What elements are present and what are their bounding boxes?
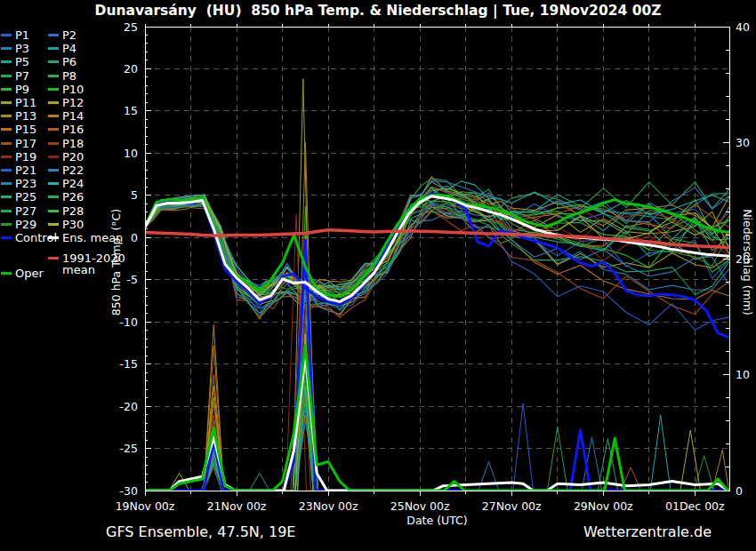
legend-item-label: P10 [62, 84, 84, 95]
legend-item-label: P12 [62, 97, 84, 108]
legend-color-chip [1, 34, 12, 36]
member-precip-line-P1 [145, 387, 729, 491]
legend-item-label: P21 [15, 164, 36, 176]
y-left-tick-label: 10 [124, 147, 138, 160]
member-precip-line-P9 [145, 380, 729, 491]
member-precip-line-P23 [145, 421, 729, 491]
y-left-tick-label: 0 [131, 231, 138, 244]
legend-color-chip [48, 142, 59, 145]
member-precip-line-P29 [145, 369, 729, 491]
legend-item-p2: P2 [48, 29, 76, 41]
legend-item-p28: P28 [48, 205, 84, 217]
legend-item-label: P25 [15, 191, 36, 203]
y-right-tick-label: 30 [736, 136, 750, 149]
member-precip-line-P19 [145, 214, 729, 491]
legend-color-chip [1, 115, 12, 117]
legend-color-chip [48, 34, 59, 36]
member-precip-line-P28 [145, 363, 729, 491]
y-axis-right-label: Niederschlag (mm) [741, 209, 754, 315]
legend-color-chip [1, 101, 12, 104]
legend-color-chip [1, 196, 12, 198]
legend-color-chip [48, 88, 59, 91]
legend-item-label: P15 [15, 124, 36, 135]
member-precip-line-P5 [145, 375, 729, 491]
legend-color-chip [1, 75, 12, 77]
legend-color-chip [48, 115, 59, 117]
legend-color-chip [1, 60, 12, 63]
member-precip-line-P14 [145, 270, 729, 491]
member-precip-line-P15 [145, 375, 729, 491]
legend-item-p3: P3 [1, 43, 29, 54]
legend-item-p23: P23 [1, 178, 36, 189]
legend-item-p11: P11 [1, 97, 36, 108]
legend-color-chip [48, 210, 59, 212]
member-precip-line-P22 [145, 259, 729, 491]
legend-color-chip [48, 128, 59, 131]
legend-item-p12: P12 [48, 97, 84, 108]
legend-item-p25: P25 [1, 191, 36, 203]
legend-color-chip [48, 47, 59, 50]
legend-item-p1: P1 [1, 29, 29, 41]
legend-item-label: P19 [15, 151, 36, 163]
y-left-tick-label: -20 [120, 400, 138, 413]
member-precip-line-P18 [145, 392, 729, 491]
y-left-tick-label: 15 [124, 104, 138, 117]
legend-color-chip [48, 223, 59, 226]
legend-item-p8: P8 [48, 70, 76, 82]
legend-item-label: P28 [62, 205, 84, 217]
legend-color-chip [1, 47, 12, 50]
y-right-tick-label: 40 [736, 20, 750, 34]
legend-item-p22: P22 [48, 164, 84, 176]
plot-data-layer [145, 79, 729, 491]
member-precip-line-P25 [145, 387, 729, 491]
legend-item-label: P6 [62, 56, 76, 68]
y-right-tick-label: 10 [736, 368, 750, 381]
legend-item-label: P30 [62, 219, 84, 230]
x-tick-label: 21Nov 00z [207, 499, 267, 513]
legend-color-chip [48, 101, 59, 104]
y-left-tick-label: 5 [131, 188, 138, 202]
oper-precip-line [145, 346, 729, 491]
y-left-tick-label: -25 [120, 442, 138, 455]
legend-item-p17: P17 [1, 138, 36, 149]
legend-item-label: Oper [15, 268, 44, 279]
member-precip-line-P24 [145, 299, 729, 491]
legend-item-p21: P21 [1, 164, 36, 176]
x-tick-label: 19Nov 00z [116, 499, 175, 513]
legend-item-p30: P30 [48, 219, 84, 230]
y-left-tick-label: -30 [120, 484, 138, 498]
legend-item-p7: P7 [1, 70, 29, 82]
x-tick-label: 27Nov 00z [482, 499, 542, 513]
legend-color-chip [1, 128, 12, 131]
legend-color-chip [1, 88, 12, 91]
legend-item-label: P24 [62, 178, 84, 189]
legend-item-label: P29 [15, 219, 36, 230]
legend-item-p24: P24 [48, 178, 84, 189]
member-precip-line-P3 [145, 398, 729, 491]
member-precip-line-P30 [145, 334, 729, 491]
member-precip-line-P21 [145, 403, 729, 491]
legend-color-chip [1, 169, 12, 172]
y-left-tick-label: -10 [120, 315, 138, 329]
legend-item-label: P13 [15, 110, 36, 122]
legend-color-chip [1, 223, 12, 226]
legend-item-p27: P27 [1, 205, 36, 217]
legend-item-p20: P20 [48, 151, 84, 163]
member-precip-line-P2 [145, 316, 729, 491]
x-tick-label: 29Nov 00z [574, 499, 633, 513]
x-tick-label: 25Nov 00z [390, 499, 450, 513]
legend-item-label: P18 [62, 138, 84, 149]
member-precip-line-P8 [145, 339, 729, 491]
legend-item-label: P23 [15, 178, 36, 189]
member-precip-line-P27 [145, 400, 729, 491]
legend-item-oper: Oper [1, 268, 44, 279]
legend-item-label: P7 [15, 70, 29, 82]
legend-item-p16: P16 [48, 124, 84, 135]
legend-item-p15: P15 [1, 124, 36, 135]
y-left-tick-label: 20 [124, 62, 138, 76]
legend-item-p26: P26 [48, 191, 84, 203]
legend-item-label: P16 [62, 124, 84, 135]
member-precip-line-P17 [145, 293, 729, 491]
legend-item-p6: P6 [48, 56, 76, 68]
legend-item-label: P5 [15, 56, 29, 68]
